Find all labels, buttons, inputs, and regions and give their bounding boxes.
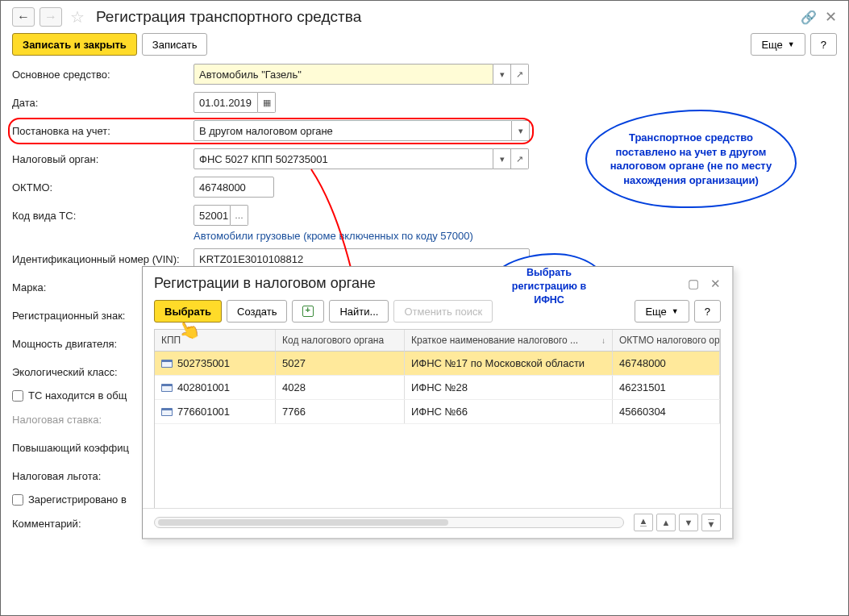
asset-input[interactable]: Автомобиль "Газель" <box>194 64 493 85</box>
calendar-icon[interactable]: ▦ <box>258 92 276 113</box>
date-input[interactable]: 01.01.2019 <box>194 92 258 113</box>
create-button[interactable]: Создать <box>227 300 287 323</box>
registered-in-label: Зарегистрировано в <box>28 493 127 506</box>
callout-cloud-main: Транспортное средство поставлено на учет… <box>585 110 797 208</box>
copy-button[interactable] <box>292 300 324 323</box>
asset-label: Основное средство: <box>12 69 194 81</box>
scroll-up-button[interactable]: ▲ <box>656 514 676 531</box>
asset-dropdown-icon[interactable]: ▾ <box>493 64 511 85</box>
tax-office-open-icon[interactable]: ↗ <box>511 148 529 169</box>
dialog-help-button[interactable]: ? <box>694 300 721 323</box>
col-short-name[interactable]: Краткое наименование налогового ...↓ <box>405 330 613 352</box>
registration-input[interactable]: В другом налоговом органе <box>194 120 512 141</box>
link-icon[interactable]: 🔗 <box>801 10 817 25</box>
horizontal-scrollbar[interactable] <box>154 517 624 528</box>
help-button[interactable]: ? <box>810 33 837 56</box>
vehicle-type-input-group: 52001 … <box>194 205 248 226</box>
vehicle-type-input[interactable]: 52001 <box>194 205 231 226</box>
tax-office-input[interactable]: ФНС 5027 КПП 502735001 <box>194 148 493 169</box>
dialog-footer: ▲― ▲ ▼ ―▼ <box>143 508 732 538</box>
selection-dialog: Регистрации в налоговом органе ▢ ✕ Выбра… <box>142 266 734 539</box>
table-row[interactable]: 776601001 7766 ИФНС №66 45660304 <box>155 400 720 424</box>
oktmo-label: ОКТМО: <box>12 181 194 194</box>
oktmo-input[interactable]: 46748000 <box>194 177 274 198</box>
selection-table: КПП Код налогового органа Краткое наимен… <box>154 329 721 508</box>
record-icon <box>161 384 173 392</box>
col-kpp[interactable]: КПП <box>155 330 276 352</box>
dialog-more-button[interactable]: Еще▼ <box>635 300 689 323</box>
dialog-title: Регистрации в налоговом органе <box>154 275 376 292</box>
save-close-button[interactable]: Записать и закрыть <box>12 33 137 56</box>
copy-icon <box>302 306 314 317</box>
col-oktmo[interactable]: ОКТМО налогового орг <box>613 330 720 352</box>
registration-input-group: В другом налоговом органе ▾ <box>194 120 530 141</box>
header: ← → ☆ Регистрация транспортного средства… <box>1 1 848 30</box>
find-button[interactable]: Найти... <box>329 300 389 323</box>
registered-in-checkbox[interactable] <box>12 494 23 506</box>
table-row[interactable]: 402801001 4028 ИФНС №28 46231501 <box>155 376 720 400</box>
select-button[interactable]: Выбрать <box>154 300 222 323</box>
table-body: 502735001 5027 ИФНС №17 по Московской об… <box>155 352 720 508</box>
registration-dropdown-icon[interactable]: ▾ <box>512 120 530 141</box>
tax-office-dropdown-icon[interactable]: ▾ <box>493 148 511 169</box>
record-icon <box>161 408 173 416</box>
date-input-group: 01.01.2019 ▦ <box>194 92 276 113</box>
vin-label: Идентификационный номер (VIN): <box>12 253 194 265</box>
tax-office-label: Налоговый орган: <box>12 153 194 165</box>
dialog-command-bar: Выбрать Создать Найти... Отменить поиск … <box>143 297 732 329</box>
asset-open-icon[interactable]: ↗ <box>511 64 529 85</box>
table-row[interactable]: 502735001 5027 ИФНС №17 по Московской об… <box>155 352 720 376</box>
scroll-top-button[interactable]: ▲― <box>634 514 653 531</box>
save-button[interactable]: Записать <box>142 33 208 56</box>
dialog-header: Регистрации в налоговом органе ▢ ✕ <box>143 267 732 297</box>
scroll-bottom-button[interactable]: ―▼ <box>701 514 721 531</box>
shared-ownership-checkbox[interactable] <box>12 390 23 402</box>
more-button[interactable]: Еще▼ <box>751 33 805 56</box>
tax-office-input-group: ФНС 5027 КПП 502735001 ▾ ↗ <box>194 148 529 169</box>
col-tax-code[interactable]: Код налогового органа <box>276 330 405 352</box>
record-icon <box>161 360 173 368</box>
dialog-close-icon[interactable]: ✕ <box>710 277 721 291</box>
shared-ownership-label: ТС находится в общ <box>28 389 127 402</box>
sort-indicator-icon: ↓ <box>601 336 606 345</box>
favorite-icon[interactable]: ☆ <box>70 7 85 27</box>
table-header: КПП Код налогового органа Краткое наимен… <box>155 330 720 352</box>
page-title: Регистрация транспортного средства <box>96 8 361 26</box>
asset-input-group: Автомобиль "Газель" ▾ ↗ <box>194 64 529 85</box>
cancel-find-button[interactable]: Отменить поиск <box>393 300 493 323</box>
dialog-maximize-icon[interactable]: ▢ <box>688 277 699 291</box>
command-bar: Записать и закрыть Записать Еще▼ ? <box>1 30 848 64</box>
vehicle-type-label: Код вида ТС: <box>12 210 194 222</box>
vehicle-type-desc-link[interactable]: Автомобили грузовые (кроме включенных по… <box>194 230 837 242</box>
scroll-down-button[interactable]: ▼ <box>679 514 698 531</box>
main-window: ← → ☆ Регистрация транспортного средства… <box>0 0 849 616</box>
vehicle-type-browse-icon[interactable]: … <box>231 205 248 226</box>
forward-button[interactable]: → <box>40 7 62 27</box>
registration-label: Постановка на учет: <box>12 125 194 137</box>
date-label: Дата: <box>12 97 194 109</box>
close-icon[interactable]: ✕ <box>825 8 837 26</box>
back-button[interactable]: ← <box>12 7 35 27</box>
